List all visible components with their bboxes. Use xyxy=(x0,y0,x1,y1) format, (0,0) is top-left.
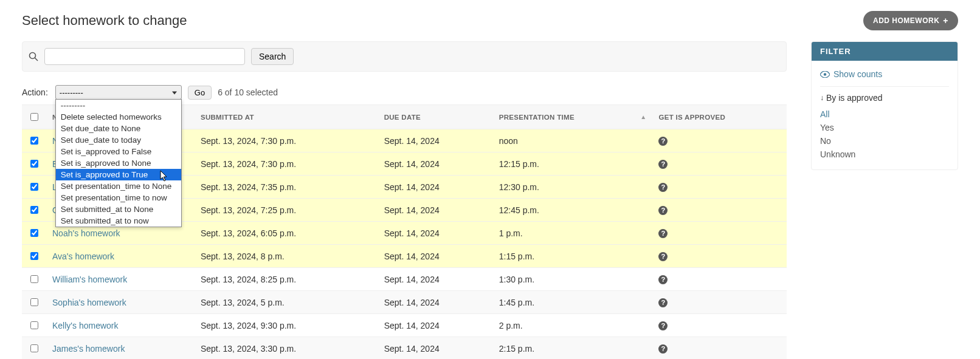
cell-presentation-time: 1:15 p.m. xyxy=(493,245,653,268)
svg-point-2 xyxy=(824,73,826,75)
homework-link[interactable]: James's homework xyxy=(52,344,125,354)
action-option[interactable]: Set submitted_at to now xyxy=(56,215,181,227)
row-select-checkbox[interactable] xyxy=(30,206,38,214)
question-icon: ? xyxy=(658,229,668,238)
action-option[interactable]: Set due_date to None xyxy=(56,123,181,134)
filter-option[interactable]: No xyxy=(820,134,949,148)
col-due-date[interactable]: DUE DATE xyxy=(378,105,493,129)
row-select-checkbox[interactable] xyxy=(30,275,38,283)
select-all-checkbox[interactable] xyxy=(30,113,38,121)
cell-due-date: Sept. 14, 2024 xyxy=(378,291,493,314)
homework-link[interactable]: Noah's homework xyxy=(52,228,120,238)
action-dropdown[interactable]: ---------Delete selected homeworksSet du… xyxy=(55,99,182,227)
action-option[interactable]: Set submitted_at to None xyxy=(56,203,181,215)
filter-option[interactable]: All xyxy=(820,108,949,121)
cell-submitted-at: Sept. 13, 2024, 8:25 p.m. xyxy=(195,268,378,291)
action-option[interactable]: Delete selected homeworks xyxy=(56,111,181,123)
sort-asc-icon: ▲ xyxy=(640,114,646,120)
select-all-header xyxy=(22,105,46,129)
question-icon: ? xyxy=(658,183,668,192)
question-icon: ? xyxy=(658,252,668,261)
cell-presentation-time: 12:45 p.m. xyxy=(493,199,653,222)
filter-group-title: ↓ By is approved xyxy=(820,93,949,103)
row-select-checkbox[interactable] xyxy=(30,344,38,352)
row-select-checkbox[interactable] xyxy=(30,183,38,191)
cell-due-date: Sept. 14, 2024 xyxy=(378,268,493,291)
page-title: Select homework to change xyxy=(22,13,187,29)
cell-get-is-approved: ? xyxy=(652,222,787,245)
row-select-checkbox[interactable] xyxy=(30,252,38,260)
cell-get-is-approved: ? xyxy=(652,337,787,360)
cell-presentation-time: 12:15 p.m. xyxy=(493,152,653,176)
action-option[interactable]: Set is_approved to True xyxy=(56,169,181,180)
eye-icon xyxy=(820,71,830,78)
show-counts-label: Show counts xyxy=(833,69,882,79)
add-homework-button[interactable]: ADD HOMEWORK + xyxy=(863,11,958,30)
cell-submitted-at: Sept. 13, 2024, 7:30 p.m. xyxy=(195,129,378,152)
row-select-checkbox[interactable] xyxy=(30,229,38,237)
cell-get-is-approved: ? xyxy=(652,129,787,152)
question-icon: ? xyxy=(658,206,668,215)
cell-presentation-time: 2 p.m. xyxy=(493,314,653,337)
cell-due-date: Sept. 14, 2024 xyxy=(378,129,493,152)
cell-submitted-at: Sept. 13, 2024, 7:30 p.m. xyxy=(195,152,378,176)
action-option[interactable]: Set is_approved to None xyxy=(56,157,181,169)
search-bar: Search xyxy=(22,41,787,72)
show-counts-link[interactable]: Show counts xyxy=(820,67,949,87)
row-select-checkbox[interactable] xyxy=(30,321,38,329)
filter-list: AllYesNoUnknown xyxy=(820,108,949,161)
action-option[interactable]: Set due_date to today xyxy=(56,134,181,146)
cell-due-date: Sept. 14, 2024 xyxy=(378,314,493,337)
col-get-is-approved[interactable]: GET IS APPROVED xyxy=(652,105,787,129)
add-homework-label: ADD HOMEWORK xyxy=(873,16,939,25)
svg-line-1 xyxy=(35,58,38,61)
cell-submitted-at: Sept. 13, 2024, 8 p.m. xyxy=(195,245,378,268)
search-input[interactable] xyxy=(44,48,245,65)
cell-submitted-at: Sept. 13, 2024, 7:25 p.m. xyxy=(195,199,378,222)
homework-link[interactable]: Sophia's homework xyxy=(52,298,126,307)
cell-get-is-approved: ? xyxy=(652,245,787,268)
question-icon: ? xyxy=(658,137,668,146)
cell-get-is-approved: ? xyxy=(652,268,787,291)
action-option[interactable]: Set presentation_time to now xyxy=(56,192,181,203)
cell-presentation-time: 1:45 p.m. xyxy=(493,291,653,314)
table-row: William's homeworkSept. 13, 2024, 8:25 p… xyxy=(22,268,787,291)
col-submitted-at[interactable]: SUBMITTED AT xyxy=(195,105,378,129)
arrow-down-icon: ↓ xyxy=(820,94,824,102)
cell-due-date: Sept. 14, 2024 xyxy=(378,176,493,199)
cell-due-date: Sept. 14, 2024 xyxy=(378,199,493,222)
go-button[interactable]: Go xyxy=(188,86,212,100)
homework-link[interactable]: Ava's homework xyxy=(52,251,114,261)
action-select[interactable] xyxy=(55,85,182,100)
action-option[interactable]: Set is_approved to False xyxy=(56,146,181,157)
cell-submitted-at: Sept. 13, 2024, 3:30 p.m. xyxy=(195,337,378,360)
filter-option[interactable]: Yes xyxy=(820,121,949,134)
table-row: Ava's homeworkSept. 13, 2024, 8 p.m.Sept… xyxy=(22,245,787,268)
cell-due-date: Sept. 14, 2024 xyxy=(378,245,493,268)
col-presentation-time[interactable]: PRESENTATION TIME ▲ xyxy=(493,105,653,129)
row-select-checkbox[interactable] xyxy=(30,137,38,145)
action-option[interactable]: --------- xyxy=(56,100,181,111)
cell-submitted-at: Sept. 13, 2024, 5 p.m. xyxy=(195,291,378,314)
cell-submitted-at: Sept. 13, 2024, 6:05 p.m. xyxy=(195,222,378,245)
action-row: Action: ---------Delete selected homewor… xyxy=(22,85,787,100)
table-row: Sophia's homeworkSept. 13, 2024, 5 p.m.S… xyxy=(22,291,787,314)
filter-panel: FILTER Show counts ↓ By is approved AllY… xyxy=(811,41,958,170)
cell-presentation-time: noon xyxy=(493,129,653,152)
question-icon: ? xyxy=(658,344,668,354)
cell-due-date: Sept. 14, 2024 xyxy=(378,222,493,245)
action-label: Action: xyxy=(22,87,48,97)
filter-group-label: By is approved xyxy=(826,93,883,103)
plus-icon: + xyxy=(943,16,948,26)
homework-link[interactable]: Kelly's homework xyxy=(52,321,119,330)
homework-link[interactable]: William's homework xyxy=(52,275,127,284)
cell-presentation-time: 12:30 p.m. xyxy=(493,176,653,199)
filter-option[interactable]: Unknown xyxy=(820,148,949,161)
search-button[interactable]: Search xyxy=(251,48,294,65)
action-option[interactable]: Set presentation_time to None xyxy=(56,180,181,192)
col-presentation-time-label: PRESENTATION TIME xyxy=(499,114,575,121)
question-icon: ? xyxy=(658,298,668,307)
row-select-checkbox[interactable] xyxy=(30,298,38,306)
row-select-checkbox[interactable] xyxy=(30,160,38,168)
cell-get-is-approved: ? xyxy=(652,199,787,222)
